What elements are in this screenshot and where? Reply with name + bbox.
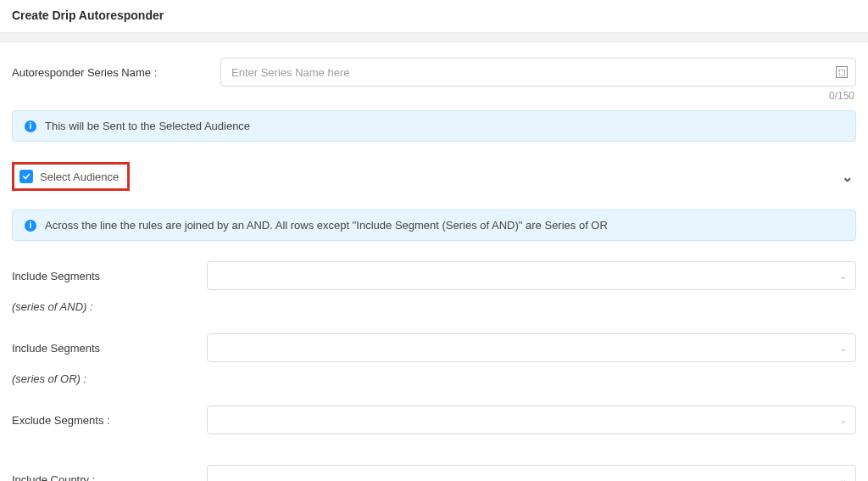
include-segments-and-sub: (series of AND) :: [12, 300, 856, 313]
include-country-select[interactable]: ⌄: [207, 465, 856, 481]
include-segments-or-label: Include Segments: [12, 342, 207, 355]
exclude-segments-label: Exclude Segments :: [12, 414, 207, 427]
select-audience-checkbox[interactable]: [19, 170, 33, 183]
modal-header: Create Drip Autoresponder: [0, 0, 868, 32]
include-segments-and-row: Include Segments ⌄: [12, 261, 856, 290]
rules-info-banner: i Across the line the rules are joined b…: [12, 210, 856, 241]
series-name-char-count: 0/150: [12, 90, 856, 102]
include-segments-or-row: Include Segments ⌄: [12, 333, 856, 362]
select-audience-label: Select Audience: [40, 171, 119, 183]
series-name-input[interactable]: [220, 58, 856, 87]
audience-info-banner: i This will be Sent to the Selected Audi…: [12, 110, 856, 142]
modal-title: Create Drip Autoresponder: [12, 8, 164, 22]
rules-info-text: Across the line the rules are joined by …: [45, 219, 608, 232]
series-name-label: Autoresponder Series Name :: [12, 66, 190, 79]
include-segments-and-label: Include Segments: [12, 270, 207, 282]
info-icon: i: [25, 120, 36, 132]
exclude-segments-row: Exclude Segments : ⌄: [12, 405, 856, 434]
series-name-row: Autoresponder Series Name : ⬚: [12, 58, 856, 87]
header-divider: [0, 32, 868, 42]
audience-info-text: This will be Sent to the Selected Audien…: [45, 120, 250, 132]
include-country-row: Include Country : ⌄: [12, 465, 856, 481]
modal-content: Autoresponder Series Name : ⬚ 0/150 i Th…: [0, 42, 868, 481]
fullscreen-icon[interactable]: ⬚: [836, 66, 848, 78]
series-name-input-wrap: ⬚: [220, 58, 856, 87]
include-segments-or-sub: (series of OR) :: [12, 372, 856, 385]
info-icon: i: [25, 220, 36, 232]
chevron-down-icon: ⌄: [839, 271, 847, 282]
include-segments-or-select[interactable]: ⌄: [207, 333, 856, 362]
select-audience-toggle[interactable]: Select Audience ⌄: [12, 157, 856, 198]
include-segments-and-select[interactable]: ⌄: [207, 261, 856, 290]
chevron-down-icon: ⌄: [839, 474, 847, 482]
chevron-down-icon: ⌄: [839, 415, 847, 426]
exclude-segments-select[interactable]: ⌄: [207, 405, 856, 434]
audience-body: i Across the line the rules are joined b…: [12, 198, 856, 481]
chevron-down-icon: ⌄: [842, 169, 856, 185]
select-audience-highlight: Select Audience: [12, 162, 130, 191]
chevron-down-icon: ⌄: [839, 343, 847, 354]
include-country-label: Include Country :: [12, 473, 207, 482]
